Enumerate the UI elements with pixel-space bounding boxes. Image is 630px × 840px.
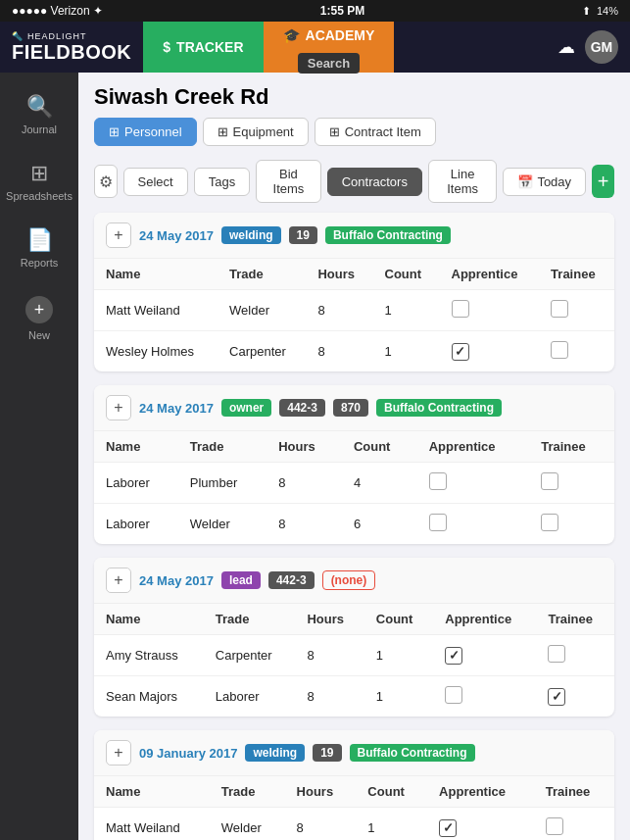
content-area: Siwash Creek Rd ⊞ Personnel ⊞ Equipment …: [78, 73, 630, 840]
checkbox[interactable]: [546, 817, 563, 835]
cell-name: Wesley Holmes: [94, 331, 218, 372]
select-button[interactable]: Select: [123, 168, 188, 196]
equipment-tab-icon: ⊞: [218, 124, 228, 139]
entry-card: +24 May 2017lead442-3(none)NameTradeHour…: [94, 558, 614, 716]
nav-tabs: $ TRACKER 🎓 ACADEMY Search: [143, 22, 546, 73]
entry-badge: welding: [221, 226, 281, 244]
cell-trainee: [529, 504, 614, 545]
entry-header: +24 May 2017lead442-3(none): [94, 558, 614, 604]
table-header: Count: [364, 604, 433, 635]
checkbox[interactable]: [548, 645, 565, 663]
academy-tab[interactable]: 🎓 ACADEMY Search: [264, 22, 395, 73]
gear-button[interactable]: ⚙: [94, 165, 118, 198]
entry-badge: lead: [221, 571, 261, 589]
entry-date: 24 May 2017: [139, 228, 214, 243]
cell-hours: 8: [267, 504, 342, 545]
sidebar-item-journal[interactable]: 🔍 Journal: [0, 82, 78, 149]
entry-header: +24 May 2017welding19Buffalo Contracting: [94, 213, 614, 259]
cloud-upload-icon[interactable]: ☁: [557, 36, 575, 58]
checkbox[interactable]: [439, 819, 457, 837]
gear-icon: ⚙: [99, 173, 113, 191]
table-row: Matt WeilandWelder81: [94, 808, 614, 841]
sidebar: 🔍 Journal ⊞ Spreadsheets 📄 Reports + New: [0, 73, 78, 840]
calendar-icon: 📅: [517, 174, 533, 189]
table-header: Trade: [218, 259, 306, 290]
entry-badge: owner: [221, 399, 271, 417]
checkbox[interactable]: [429, 514, 447, 531]
status-bar: ●●●●● Verizon ✦ 1:55 PM ⬆ 14%: [0, 0, 630, 22]
table-header: Trade: [210, 776, 285, 808]
checkbox[interactable]: [429, 472, 447, 490]
cell-trainee: [529, 463, 614, 504]
sidebar-item-label: Reports: [21, 257, 59, 269]
checkbox[interactable]: [445, 647, 462, 665]
expand-button[interactable]: +: [106, 568, 131, 593]
cell-trade: Plumber: [178, 463, 267, 504]
entry-card: +24 May 2017welding19Buffalo Contracting…: [94, 213, 614, 371]
cell-trade: Welder: [178, 504, 267, 545]
expand-button[interactable]: +: [106, 222, 131, 248]
entry-badge: welding: [245, 744, 305, 762]
status-right: ⬆ 14%: [582, 5, 618, 18]
entry-badge: 870: [333, 399, 368, 417]
tags-button[interactable]: Tags: [194, 168, 250, 196]
entry-badge: Buffalo Contracting: [325, 226, 451, 244]
checkbox[interactable]: [548, 688, 565, 706]
expand-button[interactable]: +: [106, 740, 131, 766]
avatar[interactable]: GM: [585, 30, 618, 64]
checkbox[interactable]: [541, 472, 558, 490]
checkbox[interactable]: [452, 343, 469, 361]
checkbox[interactable]: [445, 686, 462, 704]
entry-badge: 442-3: [268, 571, 315, 589]
cell-name: Laborer: [94, 463, 178, 504]
expand-button[interactable]: +: [106, 395, 131, 420]
tab-equipment[interactable]: ⊞ Equipment: [203, 118, 309, 146]
headlight-icon: 🔦: [12, 31, 24, 41]
battery: 14%: [597, 5, 618, 17]
spreadsheets-icon: ⊞: [30, 163, 48, 184]
cell-apprentice: [433, 676, 536, 717]
table-header: Apprentice: [433, 604, 536, 635]
sidebar-item-new[interactable]: + New: [0, 282, 78, 355]
tracker-tab[interactable]: $ TRACKER: [143, 22, 263, 73]
checkbox[interactable]: [551, 341, 568, 359]
line-items-button[interactable]: Line Items: [428, 160, 497, 203]
entry-badge: Buffalo Contracting: [350, 744, 475, 762]
cell-count: 1: [356, 808, 427, 841]
tab-bar: ⊞ Personnel ⊞ Equipment ⊞ Contract Item: [78, 118, 630, 156]
search-bar[interactable]: Search: [298, 53, 360, 74]
cell-apprentice: [433, 635, 536, 676]
contractors-button[interactable]: Contractors: [327, 168, 422, 196]
table-header: Name: [94, 604, 204, 635]
cell-count: 1: [373, 290, 440, 331]
table-header: Hours: [295, 604, 363, 635]
table-header: Name: [94, 431, 178, 463]
today-button[interactable]: 📅 Today: [503, 168, 586, 196]
cell-trainee: [539, 331, 614, 372]
add-icon: +: [598, 171, 609, 193]
sidebar-item-reports[interactable]: 📄 Reports: [0, 216, 78, 282]
entry-table: NameTradeHoursCountApprenticeTraineeAmy …: [94, 604, 614, 716]
cloud-icon: ⬆: [582, 5, 591, 18]
new-icon: +: [25, 296, 53, 323]
sidebar-item-spreadsheets[interactable]: ⊞ Spreadsheets: [0, 149, 78, 216]
checkbox[interactable]: [541, 514, 558, 531]
table-row: Matt WeilandWelder81: [94, 290, 614, 331]
cell-apprentice: [440, 290, 540, 331]
tab-contract-item[interactable]: ⊞ Contract Item: [315, 118, 436, 146]
add-button[interactable]: +: [592, 165, 614, 198]
cell-trainee: [539, 290, 614, 331]
cell-trade: Carpenter: [204, 635, 296, 676]
cell-hours: 8: [295, 635, 363, 676]
tab-personnel[interactable]: ⊞ Personnel: [94, 118, 197, 146]
cell-trade: Carpenter: [218, 331, 306, 372]
checkbox[interactable]: [452, 300, 469, 318]
academy-icon: 🎓: [283, 27, 300, 43]
bid-items-button[interactable]: Bid Items: [256, 160, 321, 203]
table-row: Amy StraussCarpenter81: [94, 635, 614, 676]
table-header: Hours: [285, 776, 357, 808]
checkbox[interactable]: [551, 300, 568, 318]
entry-header: +09 January 2017welding19Buffalo Contrac…: [94, 730, 614, 776]
journal-icon: 🔍: [26, 96, 53, 118]
table-row: Wesley HolmesCarpenter81: [94, 331, 614, 372]
